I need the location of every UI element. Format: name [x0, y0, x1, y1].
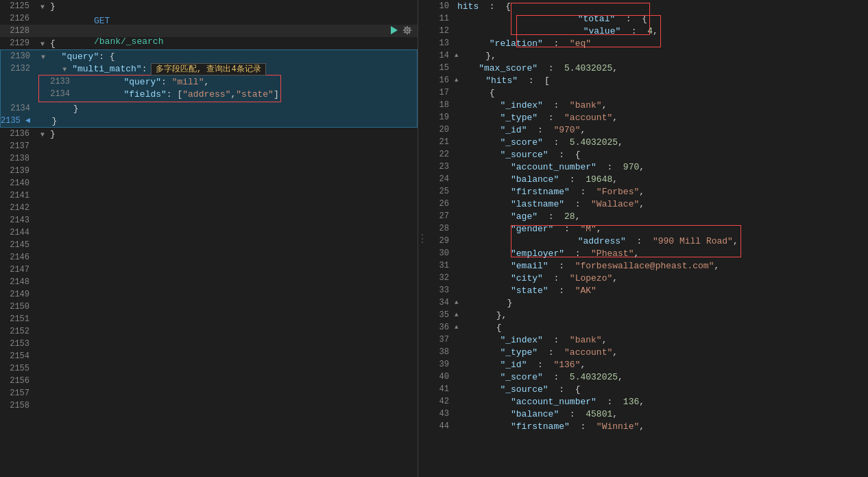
table-row: 36 ▲ { [424, 321, 868, 334]
table-row: 2158 [0, 399, 418, 412]
table-row: 2135 ◄ } [1, 115, 417, 127]
table-row: 2138 [0, 152, 418, 165]
table-row: 34 ▲ } [424, 296, 868, 309]
table-row: 42 "account_number" : 136, [424, 395, 868, 408]
table-row: 2134 } [1, 102, 417, 115]
table-row: 44 "firstname" : "Winnie", [424, 420, 868, 432]
table-row: 2148 [0, 276, 418, 288]
get-request-line: 2128 GET /bank/_search [0, 25, 418, 37]
table-row: 26 "lastname" : "Wallace", [424, 198, 868, 210]
table-row: 20 "_id" : "970", [424, 124, 868, 136]
panel-divider[interactable]: ⋮ [418, 0, 424, 477]
editor-container: 2125 ▼} 2126 2128 GET /bank/_search [0, 0, 868, 477]
table-row: 25 "firstname" : "Forbes", [424, 185, 868, 198]
table-row: 40 "_score" : 5.4032025, [424, 371, 868, 383]
right-code-area: 10 hits : { 11 "total" : { 12 "value" : … [424, 0, 868, 432]
table-row: 19 "_type" : "account", [424, 111, 868, 124]
run-button[interactable] [389, 25, 398, 35]
table-row: 2143 [0, 214, 418, 226]
table-row: 14 ▲ }, [424, 49, 868, 62]
table-row: 2152 [0, 325, 418, 338]
left-code-area: 2125 ▼} 2126 2128 GET /bank/_search [0, 0, 418, 477]
table-row: 13 "relation" : "eq" [424, 37, 868, 49]
table-row: 2155 [0, 362, 418, 375]
table-row: 30 "employer" : "Pheast", [424, 247, 868, 259]
table-row: 2142 [0, 202, 418, 214]
table-row: 2139 [0, 165, 418, 177]
svg-marker-0 [391, 26, 398, 34]
right-panel: 10 hits : { 11 "total" : { 12 "value" : … [424, 0, 868, 477]
table-row: 18 "_index" : "bank", [424, 99, 868, 111]
settings-icon[interactable] [402, 25, 412, 35]
table-row: 2151 [0, 313, 418, 325]
table-row: 2133 "query": "mill", [40, 75, 279, 88]
request-path: /bank/_search [94, 36, 163, 47]
table-row: 2157 [0, 387, 418, 399]
table-row: 2134 "fields": ["address","state"] [40, 88, 279, 100]
table-row: 29 "address" : "990 Mill Road", [424, 235, 868, 247]
table-row: 2156 [0, 375, 418, 387]
highlighted-query-block: 2130 ▼ "query": { 2132 ▼"multi_match": {… [0, 49, 418, 128]
tooltip: 多字段匹配, 查询出4条记录 [151, 63, 266, 75]
table-row: 32 "city" : "Lopezo", [424, 272, 868, 284]
table-row: 33 "state" : "AK" [424, 284, 868, 296]
table-row: 2144 [0, 226, 418, 239]
table-row: 38 "_type" : "account", [424, 346, 868, 358]
table-row: 2154 [0, 350, 418, 362]
table-row: 24 "balance" : 19648, [424, 173, 868, 185]
table-row: 41 "_source" : { [424, 383, 868, 395]
table-row: 2150 [0, 301, 418, 313]
table-row: 2146 [0, 251, 418, 264]
table-row: 15 "max_score" : 5.4032025, [424, 62, 868, 74]
table-row: 2140 [0, 177, 418, 189]
table-row: 16 ▲ "hits" : [ [424, 74, 868, 86]
table-row: 2141 [0, 189, 418, 202]
multi-match-box: 2133 "query": "mill", 2134 "fields": ["a… [38, 75, 281, 102]
table-row: 35 ▲ }, [424, 309, 868, 321]
table-row: 12 "value" : 4, [424, 25, 868, 37]
table-row: 31 "email" : "forbeswallace@pheast.com", [424, 259, 868, 272]
table-row: 17 { [424, 86, 868, 99]
table-row: 2149 [0, 288, 418, 301]
table-row: 2153 [0, 338, 418, 350]
table-row: 23 "account_number" : 970, [424, 161, 868, 173]
table-row: 2137 [0, 140, 418, 152]
table-row: 2136 ▼} [0, 128, 418, 140]
left-panel: 2125 ▼} 2126 2128 GET /bank/_search [0, 0, 418, 477]
table-row: 22 "_source" : { [424, 148, 868, 161]
table-row: 2145 [0, 239, 418, 251]
http-method: GET [94, 16, 110, 26]
table-row: 21 "_score" : 5.4032025, [424, 136, 868, 148]
table-row: 2147 [0, 264, 418, 276]
table-row: 39 "_id" : "136", [424, 358, 868, 371]
table-row: 37 "_index" : "bank", [424, 334, 868, 346]
table-row: 43 "balance" : 45801, [424, 408, 868, 420]
